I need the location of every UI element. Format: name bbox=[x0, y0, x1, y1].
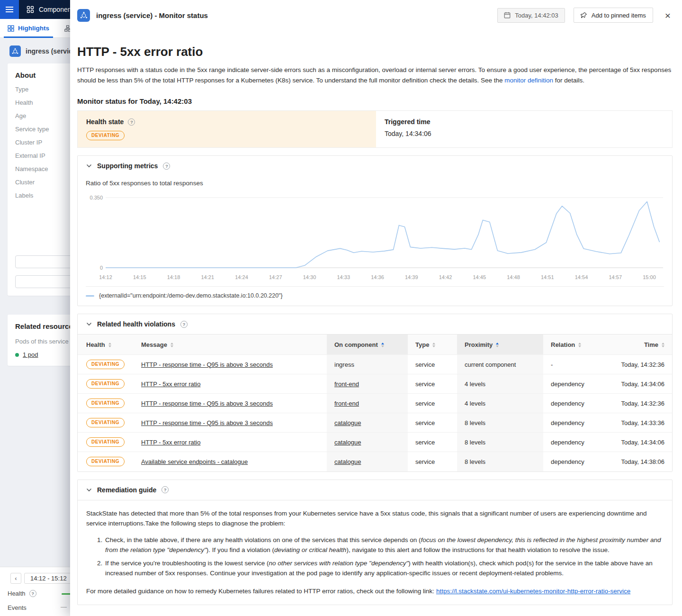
svg-text:14:12: 14:12 bbox=[99, 274, 112, 280]
violation-proximity: 8 levels bbox=[457, 413, 543, 433]
violations-header[interactable]: Related health violations ? bbox=[78, 314, 672, 334]
column-header-on-component[interactable]: On component bbox=[327, 335, 408, 355]
health-state-cell: Health state ? DEVIATING bbox=[78, 111, 376, 147]
sort-carets-icon bbox=[170, 343, 173, 347]
chevron-down-icon bbox=[86, 488, 92, 492]
violation-message-link[interactable]: HTTP - response time - Q95 is above 3 se… bbox=[141, 419, 273, 426]
triggered-time-cell: Triggered time Today, 14:34:06 bbox=[376, 111, 672, 147]
svg-text:14:39: 14:39 bbox=[405, 274, 418, 280]
monitor-definition-link[interactable]: monitor definition bbox=[504, 77, 553, 84]
violation-row: DEVIATINGHTTP - response time - Q95 is a… bbox=[78, 355, 672, 374]
svg-text:14:21: 14:21 bbox=[201, 274, 214, 280]
service-icon bbox=[9, 45, 21, 57]
component-link[interactable]: front-end bbox=[334, 400, 359, 407]
sort-carets-icon bbox=[381, 343, 384, 347]
health-badge: DEVIATING bbox=[86, 379, 125, 389]
help-icon[interactable]: ? bbox=[162, 486, 169, 493]
column-header-type[interactable]: Type bbox=[408, 335, 457, 355]
violation-proximity: 8 levels bbox=[457, 433, 543, 452]
timeline-prev-button[interactable]: ‹ bbox=[10, 573, 21, 584]
sort-carets-icon bbox=[432, 343, 435, 347]
sort-carets-icon bbox=[662, 343, 664, 347]
violation-message-link[interactable]: Available service endpoints - catalogue bbox=[141, 458, 248, 465]
component-link[interactable]: catalogue bbox=[334, 458, 361, 465]
violation-message-link[interactable]: HTTP - 5xx error ratio bbox=[141, 380, 200, 388]
svg-text:14:15: 14:15 bbox=[133, 274, 146, 280]
calendar-icon bbox=[504, 12, 511, 18]
help-icon[interactable]: ? bbox=[29, 590, 36, 597]
component-link[interactable]: front-end bbox=[334, 380, 359, 388]
time-selector-button[interactable]: Today, 14:42:03 bbox=[497, 8, 565, 23]
supporting-metrics-header[interactable]: Supporting metrics ? bbox=[78, 156, 672, 176]
remediation-step: If the service you're troubleshooting is… bbox=[104, 558, 664, 579]
chevron-down-icon bbox=[86, 164, 92, 168]
timeline-range-selector[interactable]: 14:12 - 15:12 bbox=[24, 573, 73, 584]
violation-proximity: current component bbox=[457, 355, 543, 374]
svg-text:14:18: 14:18 bbox=[167, 274, 180, 280]
svg-text:14:48: 14:48 bbox=[507, 274, 520, 280]
violation-relation: dependency bbox=[543, 413, 606, 433]
violation-time: Today, 14:32:36 bbox=[606, 394, 672, 413]
nav-item-components[interactable]: Components bbox=[27, 6, 76, 13]
svg-text:14:30: 14:30 bbox=[303, 274, 316, 280]
column-header-relation[interactable]: Relation bbox=[543, 335, 606, 355]
column-header-time[interactable]: Time bbox=[606, 335, 672, 355]
highlights-icon bbox=[8, 25, 14, 32]
violation-relation: dependency bbox=[543, 374, 606, 394]
chart-area: Ratio of 5xx responses to total response… bbox=[78, 176, 672, 306]
remediation-body: StackState has detected that more than 5… bbox=[78, 500, 672, 605]
column-header-message[interactable]: Message bbox=[134, 335, 327, 355]
tab-highlights[interactable]: Highlights bbox=[0, 19, 57, 38]
violation-message-link[interactable]: HTTP - 5xx error ratio bbox=[141, 439, 200, 446]
pod-link[interactable]: 1 pod bbox=[23, 351, 38, 358]
violation-type: service bbox=[408, 413, 457, 433]
violation-row: DEVIATINGAvailable service endpoints - c… bbox=[78, 452, 672, 471]
monitor-status-modal: ingress (service) - Monitor status Today… bbox=[70, 0, 682, 616]
remediation-step: Check, in the table above, if there are … bbox=[104, 535, 664, 555]
violation-relation: - bbox=[543, 355, 606, 374]
help-icon[interactable]: ? bbox=[128, 118, 135, 126]
violation-type: service bbox=[408, 433, 457, 452]
violations-title: Related health violations bbox=[97, 320, 175, 328]
health-badge: DEVIATING bbox=[86, 399, 125, 408]
time-selector-label: Today, 14:42:03 bbox=[515, 12, 558, 19]
violation-row: DEVIATINGHTTP - 5xx error ratiofront-end… bbox=[78, 374, 672, 394]
status-heading: Monitor status for Today, 14:42:03 bbox=[77, 97, 673, 105]
violation-time: Today, 14:33:36 bbox=[606, 413, 672, 433]
remediation-header[interactable]: Remediation guide ? bbox=[78, 480, 672, 500]
svg-text:14:33: 14:33 bbox=[337, 274, 350, 280]
help-icon[interactable]: ? bbox=[180, 321, 188, 328]
timeline-events-empty: — bbox=[61, 603, 67, 610]
column-header-proximity[interactable]: Proximity bbox=[457, 335, 543, 355]
column-header-health[interactable]: Health bbox=[78, 335, 134, 355]
remediation-footer-text: For more detailed guidance on how to rem… bbox=[86, 588, 436, 595]
violation-message-link[interactable]: HTTP - response time - Q95 is above 3 se… bbox=[141, 400, 273, 407]
component-name: ingress bbox=[334, 361, 354, 368]
svg-text:14:51: 14:51 bbox=[541, 274, 554, 280]
add-to-pinned-button[interactable]: Add to pinned items bbox=[574, 8, 653, 23]
hamburger-menu-button[interactable] bbox=[0, 0, 19, 19]
help-icon[interactable]: ? bbox=[163, 163, 170, 170]
violation-message-link[interactable]: HTTP - response time - Q95 is above 3 se… bbox=[141, 361, 273, 368]
violations-header-row: HealthMessageOn componentTypeProximityRe… bbox=[78, 335, 672, 355]
violation-time: Today, 14:34:06 bbox=[606, 433, 672, 452]
violation-relation: dependency bbox=[543, 433, 606, 452]
violation-row: DEVIATINGHTTP - response time - Q95 is a… bbox=[78, 394, 672, 413]
chart-title: Ratio of 5xx responses to total response… bbox=[86, 180, 664, 187]
component-link[interactable]: catalogue bbox=[334, 439, 361, 446]
sort-carets-icon bbox=[578, 343, 581, 347]
related-health-violations-section: Related health violations ? HealthMessag… bbox=[77, 314, 673, 472]
legend-label: {externalId="urn:endpoint:/demo-dev.demo… bbox=[99, 292, 283, 299]
health-badge: DEVIATING bbox=[86, 457, 125, 466]
close-icon[interactable]: × bbox=[663, 9, 673, 21]
triggered-time-value: Today, 14:34:06 bbox=[385, 130, 664, 137]
violation-type: service bbox=[408, 374, 457, 394]
modal-body: HTTP - 5xx error ratio HTTP responses wi… bbox=[70, 30, 682, 616]
violation-relation: dependency bbox=[543, 452, 606, 471]
tab-highlights-label: Highlights bbox=[18, 25, 49, 32]
component-link[interactable]: catalogue bbox=[334, 419, 361, 426]
remediation-steps: Check, in the table above, if there are … bbox=[86, 535, 664, 579]
remediation-footer: For more detailed guidance on how to rem… bbox=[86, 586, 664, 596]
remediation-footer-link[interactable]: https://l.stackstate.com/ui-kubernetes-m… bbox=[436, 588, 630, 595]
violation-time: Today, 14:34:06 bbox=[606, 374, 672, 394]
